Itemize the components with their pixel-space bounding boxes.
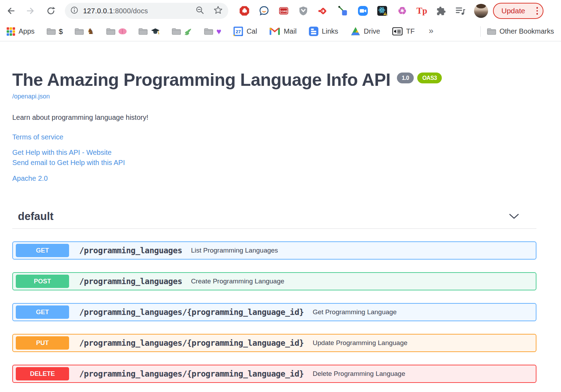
announce-box-icon: [392, 26, 403, 37]
license-link[interactable]: Apache 2.0: [12, 173, 536, 184]
method-badge: POST: [16, 275, 69, 288]
terms-of-service-link[interactable]: Terms of service: [12, 132, 536, 142]
url-text: 127.0.0.1:8000/docs: [83, 7, 148, 15]
bookmark-folder-carousel[interactable]: ♞: [75, 27, 94, 35]
section-header[interactable]: default: [12, 207, 536, 229]
endpoint-row-get-one[interactable]: GET /programming_languages/{programming_…: [12, 303, 536, 321]
bookmarks-divider: [480, 26, 481, 37]
method-badge: GET: [16, 305, 69, 319]
react-devtools-extension-icon[interactable]: [377, 5, 388, 16]
folder-icon: [106, 28, 115, 35]
folder-icon: [75, 28, 84, 35]
back-icon[interactable]: [5, 5, 17, 17]
zoom-out-icon[interactable]: [195, 6, 204, 16]
url-bar[interactable]: 127.0.0.1:8000/docs: [65, 3, 228, 19]
reload-icon[interactable]: [45, 5, 57, 17]
oas3-badge: OAS3: [417, 73, 442, 83]
purple-heart-icon: ♥: [216, 27, 221, 36]
folder-icon: [47, 28, 56, 35]
browser-toolbar: 127.0.0.1:8000/docs CORS ♻ Tp: [0, 0, 561, 22]
playlist-extension-icon[interactable]: [455, 5, 466, 16]
bookmark-folder-brain[interactable]: [106, 28, 127, 35]
bookmark-drive[interactable]: Drive: [350, 27, 380, 36]
help-website-link[interactable]: Get Help with this API - Website: [12, 147, 536, 158]
bookmark-calendar[interactable]: 27 Cal: [233, 26, 257, 36]
endpoint-summary: Create Programming Language: [191, 277, 284, 285]
blue-list-icon: [309, 26, 319, 36]
endpoint-summary: Get Programming Language: [313, 308, 397, 316]
profile-avatar[interactable]: [474, 4, 488, 18]
svg-text:CORS: CORS: [279, 10, 288, 13]
endpoint-path: /programming_languages/{programming_lang…: [79, 308, 304, 317]
update-button[interactable]: Update: [493, 3, 543, 19]
endpoint-summary: Delete Programming Language: [313, 370, 405, 378]
graduation-cap-icon: [151, 28, 160, 35]
bookmarks-overflow-chevron[interactable]: »: [429, 26, 433, 36]
bookmark-mail[interactable]: Mail: [269, 27, 297, 36]
zoom-extension-icon[interactable]: [357, 5, 369, 16]
endpoint-row-get-list[interactable]: GET /programming_languages List Programm…: [12, 241, 536, 260]
toggl-extension-icon[interactable]: Tp: [416, 5, 427, 16]
pocket-shield-extension-icon[interactable]: [298, 5, 309, 16]
other-bookmarks[interactable]: Other Bookmarks: [487, 27, 554, 35]
api-title-text: The Amazing Programming Language Info AP…: [12, 70, 391, 90]
eyedropper-extension-icon[interactable]: [337, 5, 348, 16]
folder-icon: [138, 28, 148, 35]
gmail-icon: [269, 27, 280, 36]
cors-extension-icon[interactable]: CORS: [278, 5, 289, 16]
page-info-icon[interactable]: [70, 6, 78, 15]
apps-grid-icon: [6, 27, 15, 36]
update-label: Update: [501, 7, 536, 15]
bookmark-links[interactable]: Links: [309, 26, 338, 36]
endpoint-row-put-update[interactable]: PUT /programming_languages/{programming_…: [12, 334, 536, 352]
bookmark-folder-finance[interactable]: $: [47, 28, 63, 35]
swagger-ui-page: The Amazing Programming Language Info AP…: [0, 41, 561, 383]
bookmark-folder-herb[interactable]: [172, 28, 192, 35]
google-calendar-icon: 27: [233, 26, 243, 36]
recycle-extension-icon[interactable]: ♻: [397, 5, 408, 16]
dollar-glyph: $: [59, 28, 63, 35]
method-badge: PUT: [16, 336, 69, 350]
svg-text:27: 27: [236, 29, 241, 34]
bookmark-tf[interactable]: TF: [392, 26, 414, 37]
adblock-extension-icon[interactable]: [239, 5, 250, 16]
version-badge: 1.0: [397, 73, 414, 83]
endpoint-summary: List Programming Languages: [191, 247, 278, 254]
endpoint-row-post-create[interactable]: POST /programming_languages Create Progr…: [12, 272, 536, 290]
chevron-down-icon[interactable]: [509, 214, 519, 219]
bookmarks-bar: Apps $ ♞ ♥ 27 Cal Mail Links Drive: [0, 22, 561, 41]
chat-bubble-extension-icon[interactable]: [258, 5, 270, 16]
folder-icon: [487, 28, 496, 35]
google-drive-icon: [350, 27, 361, 36]
page-title: The Amazing Programming Language Info AP…: [12, 70, 536, 90]
endpoint-path: /programming_languages: [79, 277, 182, 286]
folder-icon: [204, 28, 213, 35]
title-badges: 1.0 OAS3: [397, 73, 442, 83]
endpoint-summary: Update Programming Language: [313, 339, 407, 347]
other-bookmarks-group: Other Bookmarks: [474, 26, 554, 37]
forward-icon[interactable]: [25, 5, 36, 17]
red-arrow-extension-icon[interactable]: [317, 5, 329, 16]
endpoint-row-delete[interactable]: DELETE /programming_languages/{programmi…: [12, 365, 536, 383]
bookmark-apps[interactable]: Apps: [6, 27, 35, 36]
bookmark-folder-favorites[interactable]: ♥: [204, 27, 221, 36]
api-description: Learn about programming language history…: [12, 114, 536, 122]
puzzle-extensions-icon[interactable]: [435, 5, 447, 16]
openapi-json-link[interactable]: /openapi.json: [12, 93, 50, 100]
help-links-block: Get Help with this API - Website Send em…: [12, 147, 536, 168]
brain-icon: [119, 28, 127, 34]
endpoint-path: /programming_languages/{programming_lang…: [79, 369, 304, 378]
bookmark-folder-education[interactable]: [138, 28, 160, 35]
herb-icon: [184, 28, 192, 35]
bookmark-star-icon[interactable]: [214, 6, 223, 16]
endpoint-path: /programming_languages: [79, 246, 182, 255]
endpoint-path: /programming_languages/{programming_lang…: [79, 338, 304, 348]
browser-menu-icon[interactable]: [536, 7, 538, 15]
carousel-horse-icon: ♞: [87, 27, 94, 35]
help-email-link[interactable]: Send email to Get Help with this API: [12, 158, 536, 168]
method-badge: GET: [16, 244, 69, 257]
default-section: default GET /programming_languages List …: [12, 207, 536, 383]
method-badge: DELETE: [16, 367, 69, 380]
section-title: default: [18, 210, 54, 223]
folder-icon: [172, 28, 181, 35]
